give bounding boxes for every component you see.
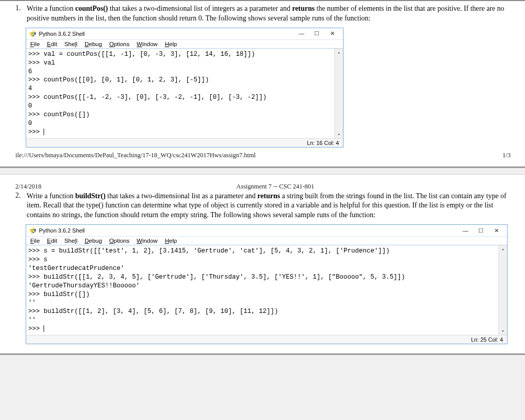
scroll-up-icon[interactable]: ▴ (501, 245, 504, 253)
text-cursor (44, 129, 44, 135)
minimize-button[interactable]: — (298, 30, 305, 37)
minimize-button[interactable]: — (462, 227, 469, 234)
shell-output[interactable]: >>> s = buildStr([['test', 1, 2], [3.141… (26, 245, 498, 335)
header-title: Assignment 7 -- CSC 241-801 (42, 183, 509, 191)
status-bar: Ln: 25 Col: 4 (26, 335, 507, 344)
header-date: 2/14/2018 (15, 183, 42, 191)
page-2: 2/14/2018 Assignment 7 -- CSC 241-801 2.… (0, 174, 525, 355)
page-number: 1/3 (502, 152, 511, 159)
window-controls: — ☐ ✕ (298, 30, 336, 37)
menu-bar: File Edit Shell Debug Options Window Hel… (26, 40, 343, 49)
window-controls: — ☐ ✕ (462, 227, 500, 234)
python-icon (29, 30, 36, 37)
question-number: 1. (15, 4, 25, 24)
menu-edit[interactable]: Edit (47, 41, 57, 47)
menu-shell[interactable]: Shell (64, 41, 77, 47)
question-text: Write a function countPos() that takes a… (27, 4, 515, 24)
menu-help[interactable]: Help (165, 238, 177, 244)
page-header: 2/14/2018 Assignment 7 -- CSC 241-801 (15, 180, 515, 192)
window-titlebar[interactable]: Python 3.6.2 Shell — ☐ ✕ (26, 28, 343, 40)
window-title: Python 3.6.2 Shell (39, 227, 462, 234)
close-button[interactable]: ✕ (329, 30, 336, 37)
menu-bar: File Edit Shell Debug Options Window Hel… (26, 237, 507, 245)
menu-window[interactable]: Window (137, 41, 158, 47)
menu-debug[interactable]: Debug (85, 238, 102, 244)
python-shell-window-2: Python 3.6.2 Shell — ☐ ✕ File Edit Shell… (26, 224, 508, 344)
menu-file[interactable]: File (30, 238, 40, 244)
text-cursor (44, 325, 44, 332)
menu-options[interactable]: Options (109, 238, 130, 244)
menu-help[interactable]: Help (165, 41, 177, 47)
menu-debug[interactable]: Debug (85, 41, 102, 47)
scroll-down-icon[interactable]: ▾ (501, 327, 504, 335)
scroll-down-icon[interactable]: ▾ (337, 131, 340, 138)
question-1: 1. Write a function countPos() that take… (15, 4, 515, 24)
question-2: 2. Write a function buildStr() that take… (15, 192, 515, 221)
shell-body: >>> val = countPos([[1, -1], [0, -3, 3],… (26, 49, 343, 138)
status-bar: Ln: 16 Col: 4 (26, 138, 343, 147)
page-1: 1. Write a function countPos() that take… (0, 0, 525, 168)
python-shell-window-1: Python 3.6.2 Shell — ☐ ✕ File Edit Shell… (26, 28, 344, 148)
close-button[interactable]: ✕ (493, 227, 500, 234)
maximize-button[interactable]: ☐ (477, 227, 484, 234)
scrollbar[interactable]: ▴ ▾ (334, 49, 343, 138)
menu-edit[interactable]: Edit (47, 238, 57, 244)
window-title: Python 3.6.2 Shell (39, 31, 298, 37)
python-icon (29, 227, 36, 234)
menu-shell[interactable]: Shell (64, 238, 77, 244)
scroll-up-icon[interactable]: ▴ (337, 49, 340, 56)
question-number: 2. (15, 192, 25, 221)
question-text: Write a function buildStr() that takes a… (27, 192, 515, 221)
maximize-button[interactable]: ☐ (313, 30, 320, 37)
menu-file[interactable]: File (30, 41, 40, 47)
page-footer: ile:///Users/bmaya/Documents/DePaul_Teac… (15, 152, 515, 161)
file-path: ile:///Users/bmaya/Documents/DePaul_Teac… (15, 152, 256, 159)
window-titlebar[interactable]: Python 3.6.2 Shell — ☐ ✕ (26, 225, 507, 237)
scrollbar[interactable]: ▴ ▾ (498, 245, 507, 335)
menu-options[interactable]: Options (109, 41, 130, 47)
menu-window[interactable]: Window (137, 238, 158, 244)
shell-output[interactable]: >>> val = countPos([[1, -1], [0, -3, 3],… (26, 49, 334, 138)
shell-body: >>> s = buildStr([['test', 1, 2], [3.141… (26, 245, 507, 335)
